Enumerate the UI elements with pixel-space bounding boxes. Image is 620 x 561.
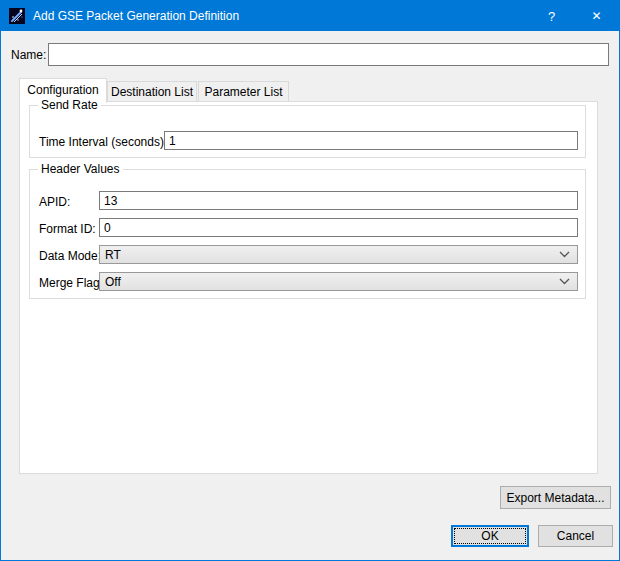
ok-button[interactable]: OK bbox=[451, 525, 529, 547]
merge-flag-label: Merge Flag: bbox=[39, 276, 103, 290]
header-values-group-title: Header Values bbox=[38, 162, 123, 176]
tab-parameter-list[interactable]: Parameter List bbox=[198, 81, 289, 102]
export-metadata-button[interactable]: Export Metadata... bbox=[500, 486, 611, 509]
apid-label: APID: bbox=[39, 195, 70, 209]
apid-input[interactable] bbox=[99, 191, 578, 210]
help-button[interactable]: ? bbox=[529, 1, 574, 31]
cancel-button[interactable]: Cancel bbox=[538, 525, 613, 547]
data-mode-dropdown[interactable]: RT bbox=[99, 245, 578, 264]
close-icon[interactable]: ✕ bbox=[574, 1, 619, 31]
data-mode-label: Data Mode: bbox=[39, 249, 101, 263]
chevron-down-icon bbox=[559, 278, 570, 285]
chevron-down-icon bbox=[559, 251, 570, 258]
merge-flag-value: Off bbox=[105, 275, 559, 289]
data-mode-value: RT bbox=[105, 248, 559, 262]
window-title: Add GSE Packet Generation Definition bbox=[33, 9, 529, 23]
name-input[interactable] bbox=[48, 43, 609, 66]
tab-destination-list[interactable]: Destination List bbox=[107, 81, 197, 102]
time-interval-input[interactable] bbox=[164, 131, 578, 150]
dialog-window: Add GSE Packet Generation Definition ? ✕… bbox=[0, 0, 620, 561]
time-interval-label: Time Interval (seconds): bbox=[39, 135, 167, 149]
format-id-label: Format ID: bbox=[39, 222, 96, 236]
format-id-input[interactable] bbox=[99, 218, 578, 237]
send-rate-group-title: Send Rate bbox=[38, 98, 101, 112]
merge-flag-dropdown[interactable]: Off bbox=[99, 272, 578, 291]
name-label: Name: bbox=[11, 48, 46, 62]
app-icon bbox=[9, 8, 25, 24]
title-bar[interactable]: Add GSE Packet Generation Definition ? ✕ bbox=[1, 1, 619, 31]
